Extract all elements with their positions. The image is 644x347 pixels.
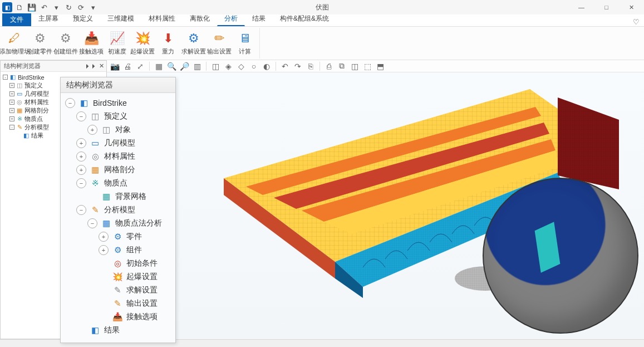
qat-dd1[interactable]: ↻ (63, 2, 73, 12)
toggle-icon[interactable]: + (76, 151, 86, 162)
tree-row-BirdStrike[interactable]: −◧BirdStrike (63, 96, 173, 110)
ribbon-icon: ⚙ (186, 31, 201, 46)
viewport-tool-3[interactable]: ▦ (153, 61, 164, 72)
minimize-button[interactable]: — (569, 0, 594, 14)
viewport-3d[interactable] (107, 72, 644, 339)
expand-icon[interactable]: - (3, 75, 8, 80)
viewport-tool-19[interactable]: ⬒ (375, 61, 386, 72)
floating-tree-panel[interactable]: 结构树浏览器 −◧BirdStrike−◫预定义+◫对象+▭几何模型+◎材料属性… (60, 77, 176, 343)
viewport-tool-9[interactable]: ◇ (235, 61, 247, 72)
viewport-tool-11[interactable]: ◐ (261, 61, 272, 72)
tree-row-对象[interactable]: +◫对象 (63, 123, 173, 136)
tree-row-分析模型[interactable]: −✎分析模型 (63, 203, 173, 217)
viewport-tool-5[interactable]: 🔎 (179, 61, 190, 72)
row-icon: 📥 (112, 311, 123, 322)
ribbon-计算[interactable]: 🖥计算 (233, 29, 257, 57)
help-icon[interactable]: ♡ (633, 18, 640, 26)
expand-icon[interactable]: + (9, 108, 14, 113)
expand-icon[interactable]: + (9, 100, 14, 105)
row-label: 对象 (115, 125, 131, 135)
ribbon-求解设置[interactable]: ⚙求解设置 (181, 29, 206, 57)
menu-tab-3[interactable]: 材料属性 (141, 12, 183, 26)
toggle-icon[interactable]: + (99, 232, 109, 242)
menu-tab-4[interactable]: 离散化 (183, 12, 217, 26)
tree-row-起爆设置[interactable]: 💥起爆设置 (63, 270, 173, 284)
close-button[interactable]: ✕ (619, 0, 644, 14)
qat-save[interactable]: 💾 (27, 2, 37, 12)
tree-row-接触选项[interactable]: 📥接触选项 (63, 310, 173, 324)
viewport-tool-10[interactable]: ○ (248, 61, 259, 72)
menu-tab-1[interactable]: 预定义 (66, 12, 100, 26)
expand-icon[interactable]: + (9, 83, 14, 88)
viewport-tool-6[interactable]: ▥ (191, 61, 203, 72)
menu-tab-0[interactable]: 主屏幕 (31, 12, 66, 26)
ribbon-创建零件[interactable]: ⚙创建零件 (28, 29, 52, 57)
viewport-tool-18[interactable]: ⬚ (362, 61, 373, 72)
tree-row-求解设置[interactable]: ✎求解设置 (63, 284, 173, 297)
row-icon: ◧ (90, 325, 101, 336)
floating-tree-title[interactable]: 结构树浏览器 (61, 77, 175, 93)
ribbon-重力[interactable]: ⬇重力 (156, 29, 180, 57)
tree-row-物质点[interactable]: −※物质点 (63, 177, 173, 190)
expand-icon[interactable]: - (9, 125, 14, 130)
toggle-icon[interactable]: + (76, 165, 86, 175)
dock-pin-icon[interactable]: ⏵⏵ (85, 62, 97, 70)
expand-icon[interactable]: + (9, 91, 14, 96)
tree-row-零件[interactable]: +⚙零件 (63, 230, 173, 243)
qat-undo[interactable]: ↶ (39, 2, 49, 12)
toggle-icon[interactable]: + (87, 125, 97, 135)
ribbon-icon: 🖥 (237, 31, 253, 46)
ribbon-初速度[interactable]: 📈初速度 (105, 29, 129, 57)
ribbon-创建组件[interactable]: ⚙创建组件 (53, 29, 78, 57)
toggle-icon[interactable]: − (76, 111, 86, 121)
tree-row-物质点法分析[interactable]: −▦物质点法分析 (63, 217, 173, 230)
tree-row-组件[interactable]: +⚙组件 (63, 243, 173, 257)
toggle-icon[interactable]: + (76, 138, 86, 148)
qat-redo[interactable]: ▾ (51, 2, 61, 12)
toggle-icon[interactable]: − (65, 98, 75, 108)
menu-tab-6[interactable]: 结果 (245, 12, 273, 26)
viewport-tool-2[interactable]: ⤢ (135, 61, 146, 72)
ribbon-icon: 💥 (135, 31, 150, 46)
viewport-tool-14[interactable]: ⎘ (305, 61, 316, 72)
viewport-tool-16[interactable]: ⧉ (336, 61, 347, 72)
viewport-tool-13[interactable]: ↷ (292, 61, 303, 72)
svg-marker-11 (558, 97, 619, 189)
toggle-icon[interactable]: − (87, 218, 97, 228)
tree-row-初始条件[interactable]: ◎初始条件 (63, 257, 173, 270)
tree-row-网格剖分[interactable]: +▦网格剖分 (63, 163, 173, 177)
tree-row-材料属性[interactable]: +◎材料属性 (63, 150, 173, 163)
toggle-icon[interactable]: + (99, 245, 109, 255)
ribbon-添加物理场[interactable]: 🖊添加物理场 (2, 29, 27, 57)
tree-label: 几何模型 (24, 90, 49, 98)
viewport-tool-0[interactable]: 📷 (109, 61, 120, 72)
viewport-tool-8[interactable]: ◈ (223, 61, 234, 72)
tree-row-输出设置[interactable]: ✎输出设置 (63, 297, 173, 310)
tree-row-结果[interactable]: ◧结果 (63, 324, 173, 337)
viewport-tool-4[interactable]: 🔍 (166, 61, 177, 72)
viewport-tool-17[interactable]: ◫ (349, 61, 360, 72)
toggle-icon[interactable]: − (76, 205, 86, 215)
file-tab[interactable]: 文件 (2, 13, 31, 26)
viewport-tool-7[interactable]: ◫ (210, 61, 221, 72)
tree-row-预定义[interactable]: −◫预定义 (63, 110, 173, 123)
qat-refresh[interactable]: ⟳ (76, 2, 86, 12)
tree-row-几何模型[interactable]: +▭几何模型 (63, 136, 173, 150)
ribbon-接触选项[interactable]: 📥接触选项 (79, 29, 104, 57)
viewport-tool-15[interactable]: ⎙ (323, 61, 335, 72)
dock-close-icon[interactable]: ✕ (99, 62, 104, 70)
viewport-tool-12[interactable]: ↶ (279, 61, 291, 72)
menu-tab-5[interactable]: 分析 (217, 12, 245, 26)
tree-row-背景网格[interactable]: ▦背景网格 (63, 190, 173, 203)
ribbon-起爆设置[interactable]: 💥起爆设置 (130, 29, 155, 57)
ribbon-输出设置[interactable]: ✏输出设置 (207, 29, 232, 57)
menu-tab-7[interactable]: 构件&配组&系统 (273, 12, 336, 26)
tree-label: 物质点 (24, 115, 43, 123)
qat-dd2[interactable]: ▾ (88, 2, 98, 12)
qat-new[interactable]: 🗋 (14, 2, 24, 12)
viewport-tool-1[interactable]: 🖨 (122, 61, 133, 72)
maximize-button[interactable]: □ (594, 0, 619, 14)
expand-icon[interactable]: + (9, 116, 14, 121)
menu-tab-2[interactable]: 三维建模 (100, 12, 141, 26)
toggle-icon[interactable]: − (76, 178, 86, 188)
